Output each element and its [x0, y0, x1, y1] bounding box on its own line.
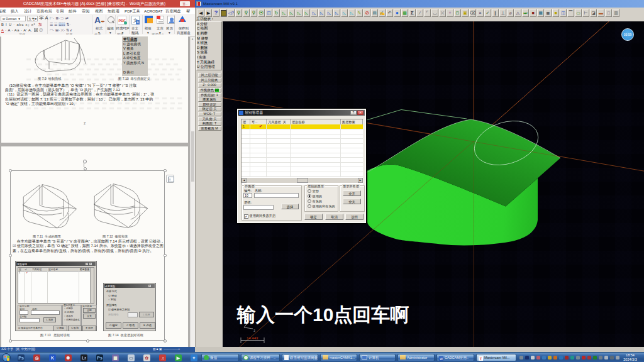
svg-text:3: 3	[253, 329, 255, 332]
svg-text:14.443: 14.443	[247, 336, 258, 340]
